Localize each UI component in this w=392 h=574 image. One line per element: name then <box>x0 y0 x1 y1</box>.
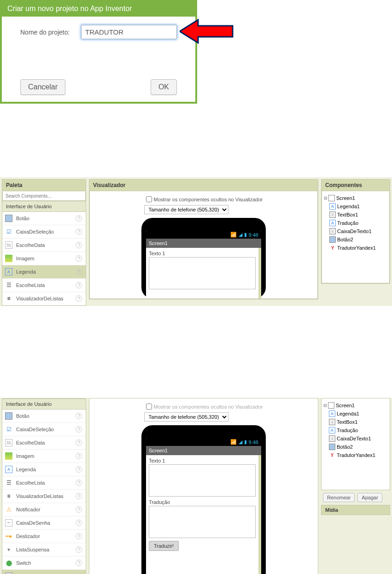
palette-item-checkbox[interactable]: ☑CaixaDeSeleção? <box>2 225 86 239</box>
phone-mock: 📶 ◢ ▮ 9:48 Screen1 Texto 1 <box>141 218 266 299</box>
palette-item-botao[interactable]: Botão? <box>2 212 86 225</box>
phone-label-texto1[interactable]: Texto 1 <box>149 251 256 256</box>
palette-item-password[interactable]: **CaixaDeSenha? <box>2 516 86 530</box>
palette-item-listview[interactable]: ≡VisualizadorDeListas? <box>2 490 86 503</box>
phone-traduzir-button[interactable]: Traduzir! <box>149 541 179 551</box>
tree-tradutoryandex1[interactable]: YTradutorYandex1 <box>324 244 387 252</box>
help-icon[interactable]: ? <box>76 295 82 302</box>
tree-botao2[interactable]: Botão2 <box>323 443 388 451</box>
palette-item-checkbox[interactable]: ☑CaixaDeSeleção? <box>2 423 86 436</box>
palette-list: Botão? ☑CaixaDeSeleção? 31EscolheData? I… <box>2 212 86 305</box>
palette-panel: Paleta Interface de Usuário Botão? ☑Caix… <box>2 179 86 306</box>
help-icon[interactable]: ? <box>76 480 82 486</box>
delete-button[interactable]: Apagar <box>357 493 382 502</box>
arrow-annotation <box>180 18 235 45</box>
palette-item-spinner[interactable]: ▾ListaSuspensa? <box>2 543 86 556</box>
palette-category[interactable]: Interface de Usuário <box>2 201 86 212</box>
phone-size-select[interactable]: Tamanho de telefone (505,320) <box>144 205 228 214</box>
designer-section-b: Interface de Usuário Botão? ☑CaixaDeSele… <box>0 398 392 574</box>
phone-mock: 📶 ◢ ▮ 9:48 Screen1 Texto 1 Tradução Trad… <box>141 425 266 574</box>
palette-item-listpicker[interactable]: ☰EscolheLista? <box>2 476 86 490</box>
help-icon[interactable]: ? <box>76 413 82 419</box>
tree-textbox1[interactable]: ITextBox1 <box>323 418 388 426</box>
project-name-label: Nome do projeto: <box>20 28 81 36</box>
tree-traducao[interactable]: ATradução <box>324 219 387 227</box>
tree-screen1[interactable]: ⊟Screen1 <box>323 401 388 410</box>
new-project-dialog: Criar um novo projeto no App Inventor No… <box>0 0 197 104</box>
tree-traducao[interactable]: ATradução <box>323 426 388 434</box>
components-title: Componentes <box>322 180 390 191</box>
battery-icon: ▮ <box>244 439 247 445</box>
help-icon[interactable]: ? <box>76 215 82 222</box>
rename-button[interactable]: Renomear <box>323 493 355 502</box>
help-icon[interactable]: ? <box>76 228 82 235</box>
palette-item-listpicker[interactable]: ☰EscolheLista? <box>2 279 86 292</box>
cancel-button[interactable]: Cancelar <box>20 79 65 95</box>
phone-textbox2[interactable] <box>149 506 256 538</box>
project-name-input[interactable] <box>81 25 177 39</box>
phone-status-bar: 📶 ◢ ▮ 9:48 <box>146 438 261 446</box>
media-title: Mídia <box>321 505 390 515</box>
palette-item-label[interactable]: ALegenda? <box>2 265 86 279</box>
phone-app-bar: Screen1 <box>146 446 261 455</box>
help-icon[interactable]: ? <box>76 520 82 526</box>
palette-item-image[interactable]: Imagem? <box>2 252 86 265</box>
phone-time: 9:48 <box>249 232 258 238</box>
tree-screen1[interactable]: ⊟Screen1 <box>324 194 387 202</box>
phone-status-bar: 📶 ◢ ▮ 9:48 <box>146 231 261 239</box>
palette-item-datepicker[interactable]: 31EscolheData? <box>2 239 86 252</box>
palette-item-notifier[interactable]: ⚠Notificador? <box>2 503 86 516</box>
palette-item-datepicker[interactable]: 31EscolheData? <box>2 436 86 450</box>
svg-marker-0 <box>180 20 233 43</box>
help-icon[interactable]: ? <box>76 269 82 275</box>
help-icon[interactable]: ? <box>76 453 82 459</box>
phone-label-traducao[interactable]: Tradução <box>149 499 256 505</box>
phone-label-texto1[interactable]: Texto 1 <box>149 458 256 463</box>
viewer-panel: Visualizador Mostrar os componentes ocul… <box>89 179 318 299</box>
help-icon[interactable]: ? <box>76 466 82 473</box>
help-icon[interactable]: ? <box>76 546 82 553</box>
show-hidden-checkbox[interactable]: Mostrar os componentes ocultos no Visual… <box>144 195 263 204</box>
palette-item-slider[interactable]: ━●Deslizador? <box>2 530 86 543</box>
components-panel-b: ⊟Screen1 ALegenda1 ITextBox1 ATradução I… <box>321 398 390 515</box>
ok-button[interactable]: OK <box>151 79 177 95</box>
help-icon[interactable]: ? <box>76 282 82 288</box>
phone-textbox1[interactable] <box>149 464 256 497</box>
help-icon[interactable]: ? <box>76 560 82 566</box>
help-icon[interactable]: ? <box>76 426 82 433</box>
collapse-icon[interactable]: ⊟ <box>324 196 328 200</box>
help-icon[interactable]: ? <box>76 493 82 499</box>
help-icon[interactable]: ? <box>76 506 82 513</box>
components-panel: Componentes ⊟Screen1 ALegenda1 ITextBox1… <box>321 179 390 284</box>
tree-textbox1[interactable]: ITextBox1 <box>324 211 387 219</box>
palette-category-b[interactable]: Interface de Usuário <box>2 398 86 410</box>
signal-icon: ◢ <box>239 232 242 238</box>
palette-title: Paleta <box>2 180 86 191</box>
battery-icon: ▮ <box>244 232 247 238</box>
phone-size-select[interactable]: Tamanho de telefone (505,320) <box>144 412 228 422</box>
signal-icon: ◢ <box>239 439 242 445</box>
help-icon[interactable]: ? <box>76 255 82 262</box>
palette-item-textbox[interactable]: ICaixaDeTexto? <box>2 570 86 574</box>
tree-caixadetexto1[interactable]: ICaixaDeTexto1 <box>323 434 388 443</box>
phone-time: 9:48 <box>249 439 258 445</box>
tree-legenda1[interactable]: ALegenda1 <box>323 410 388 418</box>
palette-item-image[interactable]: Imagem? <box>2 450 86 463</box>
tree-botao2[interactable]: Botão2 <box>324 235 387 244</box>
phone-app-bar: Screen1 <box>146 239 261 248</box>
tree-tradutoryandex1[interactable]: YTradutorYandex1 <box>323 451 388 459</box>
palette-item-botao[interactable]: Botão? <box>2 410 86 423</box>
show-hidden-checkbox[interactable]: Mostrar os componentes ocultos no Visual… <box>144 402 263 411</box>
help-icon[interactable]: ? <box>76 533 82 539</box>
help-icon[interactable]: ? <box>76 439 82 446</box>
collapse-icon[interactable]: ⊟ <box>323 403 328 408</box>
viewer-title: Visualizador <box>89 180 318 191</box>
tree-legenda1[interactable]: ALegenda1 <box>324 202 387 211</box>
help-icon[interactable]: ? <box>76 242 82 248</box>
palette-item-switch[interactable]: ⬤Switch? <box>2 556 86 570</box>
palette-item-label[interactable]: ALegenda? <box>2 463 86 476</box>
phone-textbox1[interactable] <box>149 257 256 289</box>
search-components-input[interactable] <box>2 192 86 201</box>
palette-item-listview[interactable]: ≡VisualizadorDeListas? <box>2 292 86 305</box>
tree-caixadetexto1[interactable]: ICaixaDeTexto1 <box>324 227 387 235</box>
